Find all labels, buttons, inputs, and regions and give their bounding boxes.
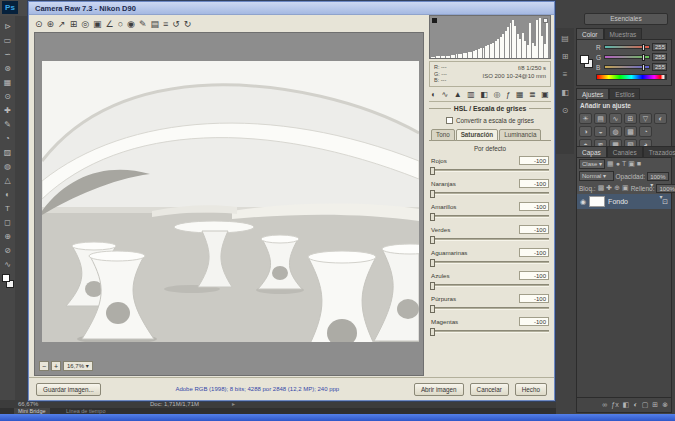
levels-adjustment-icon[interactable]: ▤ — [594, 113, 607, 124]
history-panel-icon[interactable]: ▤ — [561, 34, 569, 43]
straighten-tool-icon[interactable]: ∠ — [106, 18, 114, 30]
red-eye-tool-icon[interactable]: ◉ — [127, 18, 135, 30]
slider-value-input[interactable]: -100 — [519, 294, 549, 303]
grayscale-convert-row[interactable]: Convertir a escala de grises — [429, 117, 551, 124]
crop-tool-icon[interactable]: ▦ — [1, 76, 14, 90]
filter-adjustment-layers-icon[interactable]: ● — [616, 159, 620, 169]
dialog-title-bar[interactable]: Camera Raw 7.3 - Nikon D90 — [29, 2, 554, 15]
rotate-right-icon[interactable]: ↻ — [184, 18, 192, 30]
layer-name[interactable]: Fondo — [608, 198, 659, 205]
white-balance-tool-icon[interactable]: ↗ — [58, 18, 66, 30]
adjustment-brush-tool-icon[interactable]: ✎ — [139, 18, 147, 30]
foreground-background-swatches[interactable] — [580, 55, 593, 68]
brightness-contrast-adjustment-icon[interactable]: ☀ — [579, 113, 592, 124]
tone-curve-tab-icon[interactable]: ∿ — [441, 90, 448, 99]
slider-value-input[interactable]: -100 — [519, 202, 549, 211]
move-tool-icon[interactable]: ⊳ — [1, 20, 14, 34]
grayscale-checkbox[interactable] — [446, 117, 453, 124]
slider-track[interactable] — [431, 169, 549, 172]
slider-value-input[interactable]: -100 — [519, 156, 549, 165]
slider-track[interactable] — [431, 192, 549, 195]
lock-transparency-icon[interactable]: ▩ — [598, 183, 605, 193]
layer-thumbnail[interactable] — [589, 196, 605, 207]
slider-track[interactable] — [431, 215, 549, 218]
slider-thumb[interactable] — [430, 190, 435, 198]
slider-value-input[interactable]: -100 — [519, 179, 549, 188]
slider-track[interactable] — [431, 261, 549, 264]
lens-corrections-tab-icon[interactable]: ◎ — [493, 90, 500, 99]
tab-color[interactable]: Color — [576, 28, 604, 39]
adjustment-layer-icon[interactable]: ◐ — [633, 400, 637, 410]
eraser-tool-icon[interactable]: ◍ — [1, 160, 14, 174]
slider-track[interactable] — [431, 238, 549, 241]
foreground-color-swatch[interactable] — [2, 274, 10, 282]
zoom-tool-icon[interactable]: ∿ — [1, 258, 14, 272]
layer-filter-dropdown[interactable]: Clase ▾ — [579, 159, 605, 169]
workflow-options-link[interactable]: Adobe RGB (1998); 8 bits; 4288 por 2848 … — [107, 386, 408, 392]
clone-stamp-tool-icon[interactable]: ◔ — [1, 132, 14, 146]
slider-thumb[interactable] — [430, 167, 435, 175]
channel-slider[interactable] — [604, 45, 650, 49]
zoom-level-select[interactable]: 16,7% ▾ — [63, 361, 93, 371]
lasso-tool-icon[interactable]: ∽ — [1, 48, 14, 62]
slider-value-input[interactable]: -100 — [519, 271, 549, 280]
pen-tool-icon[interactable]: ⊕ — [1, 230, 14, 244]
link-layers-icon[interactable]: ∞ — [602, 400, 607, 410]
workspace-switcher[interactable]: Esenciales — [584, 13, 668, 25]
presets-tab-icon[interactable]: ≣ — [529, 90, 536, 99]
slider-track[interactable] — [431, 330, 549, 333]
slider-value-input[interactable]: -100 — [519, 225, 549, 234]
channel-slider-thumb[interactable] — [642, 44, 645, 51]
channel-slider[interactable] — [604, 55, 650, 59]
rotate-left-icon[interactable]: ↺ — [172, 18, 180, 30]
layer-group-icon[interactable]: ▢ — [642, 400, 649, 410]
basic-tab-icon[interactable]: ◐ — [431, 90, 436, 99]
slider-thumb[interactable] — [430, 305, 435, 313]
default-link[interactable]: Por defecto — [429, 145, 551, 152]
slider-value-input[interactable]: -100 — [519, 317, 549, 326]
toolbar-color-swatches[interactable] — [2, 274, 14, 288]
tab-swatches[interactable]: Muestras — [604, 28, 643, 39]
color-spectrum-bar[interactable] — [596, 74, 667, 80]
subtab-luminancia[interactable]: Luminancia — [499, 129, 541, 141]
tab-paths[interactable]: Trazados — [643, 146, 675, 157]
zoom-tool-icon[interactable]: ⊙ — [35, 18, 43, 30]
layer-mask-icon[interactable]: ◧ — [623, 400, 630, 410]
vibrance-adjustment-icon[interactable]: ▽ — [639, 113, 652, 124]
done-button[interactable]: Hecho — [515, 383, 547, 396]
shadow-clipping-indicator-icon[interactable] — [432, 18, 437, 23]
slider-track[interactable] — [431, 284, 549, 287]
marquee-tool-icon[interactable]: ▭ — [1, 34, 14, 48]
slider-track[interactable] — [431, 307, 549, 310]
dodge-tool-icon[interactable]: ◐ — [1, 188, 14, 202]
slider-thumb[interactable] — [430, 282, 435, 290]
channel-mixer-adjustment-icon[interactable]: ▩ — [624, 126, 637, 137]
zoom-in-button[interactable]: + — [51, 361, 61, 371]
type-tool-icon[interactable]: T — [1, 202, 14, 216]
channel-value-input[interactable]: 255 — [652, 43, 667, 51]
eyedropper-tool-icon[interactable]: ⊙ — [1, 90, 14, 104]
foreground-color-swatch[interactable] — [580, 55, 589, 64]
shape-tool-icon[interactable]: ◻ — [1, 216, 14, 230]
opacity-value[interactable]: 100% ▾ — [647, 172, 669, 181]
color-lookup-adjustment-icon[interactable]: ◔ — [639, 126, 652, 137]
spot-removal-tool-icon[interactable]: ○ — [118, 18, 123, 30]
filter-smart-objects-icon[interactable]: ■ — [637, 159, 641, 169]
exposure-adjustment-icon[interactable]: ⊞ — [624, 113, 637, 124]
filter-type-layers-icon[interactable]: T — [622, 159, 626, 169]
gradient-tool-icon[interactable]: △ — [1, 174, 14, 188]
subtab-tono[interactable]: Tono — [431, 129, 455, 141]
clone-source-panel-icon[interactable]: ⊙ — [562, 106, 569, 115]
channel-value-input[interactable]: 255 — [652, 63, 667, 71]
preview-photo[interactable] — [42, 61, 419, 342]
info-panel-icon[interactable]: ≡ — [563, 70, 568, 79]
lock-position-icon[interactable]: ⊕ — [614, 183, 620, 193]
slider-value-input[interactable]: -100 — [519, 248, 549, 257]
highlight-clipping-indicator-icon[interactable] — [543, 18, 548, 23]
preview-canvas[interactable]: − + 16,7% ▾ — [34, 32, 424, 376]
navigator-panel-icon[interactable]: ◧ — [561, 88, 569, 97]
slider-thumb[interactable] — [430, 213, 435, 221]
hand-tool-icon[interactable]: ⊛ — [47, 18, 55, 30]
quick-selection-tool-icon[interactable]: ⊛ — [1, 62, 14, 76]
brush-tool-icon[interactable]: ✎ — [1, 118, 14, 132]
